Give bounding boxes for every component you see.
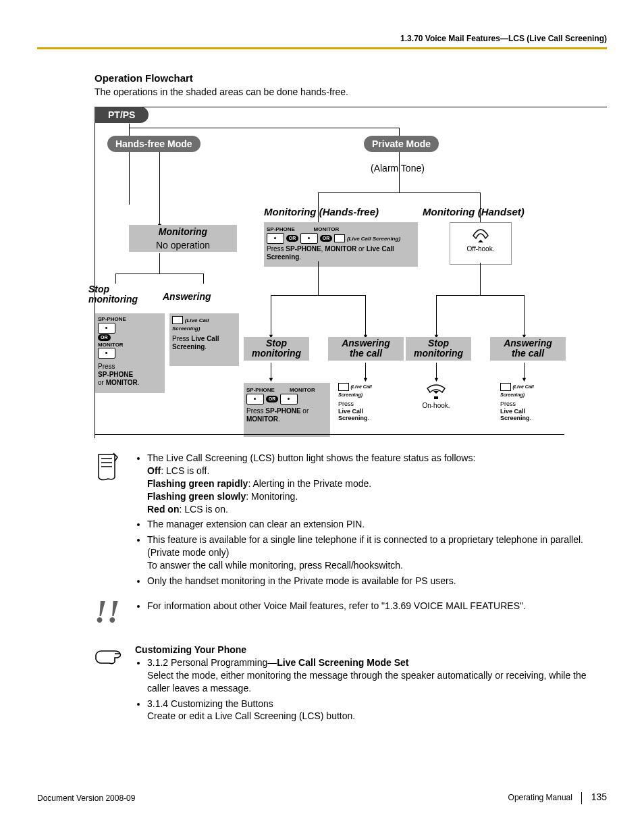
page-footer: Document Version 2008-09 Operating Manua… — [37, 791, 607, 804]
button-icon — [172, 316, 183, 324]
connector — [318, 192, 480, 193]
press-lcs-box1: (Live Call Screening) PressLive CallScre… — [338, 383, 392, 432]
intro-text: The operations in the shaded areas can b… — [95, 86, 607, 97]
connector — [159, 253, 160, 273]
answcall-box: Answeringthe call — [328, 337, 404, 361]
connector — [365, 295, 366, 337]
connector — [436, 295, 524, 296]
note-bold: Flashing green rapidly — [147, 478, 248, 489]
stopmon-box-r: Stopmonitoring — [406, 337, 471, 361]
spphone-label: SP-PHONE — [246, 387, 275, 393]
connector — [524, 295, 525, 337]
stopmon-label: Stopmonitoring — [88, 284, 138, 305]
note-text: : LCS is off. — [161, 465, 209, 476]
offhook-box: Off-hook. — [450, 222, 512, 265]
arrow-icon: ▼ — [363, 376, 369, 383]
press-spmo-box: SP-PHONE MONITOR OR Press SP-PHONE or MO… — [244, 383, 330, 437]
noop-text: No operation — [129, 238, 237, 252]
or-pill: OR — [98, 334, 111, 341]
doc-version: Document Version 2008-09 — [37, 793, 135, 803]
spphone-label: SP-PHONE — [98, 316, 162, 323]
note-item: For information about other Voice Mail f… — [147, 600, 607, 613]
or-pill: OR — [266, 396, 279, 402]
answering-label: Answering — [163, 291, 211, 302]
press-lcs-box2: (Live Call Screening) PressLive CallScre… — [500, 383, 554, 432]
connector — [399, 152, 400, 192]
monitor-label: MONITOR — [314, 226, 340, 232]
customize-title: Customizing Your Phone — [135, 644, 607, 655]
connector — [318, 261, 319, 295]
hand-point-icon — [95, 644, 135, 725]
note-item: 3.1.2 Personal Programming—Live Call Scr… — [147, 656, 607, 695]
note-item: Only the handset monitoring in the Priva… — [147, 575, 607, 588]
button-icon — [267, 233, 284, 244]
note-bold: Red on — [147, 504, 179, 515]
stop-mon-box-left: SP-PHONE OR MONITOR PressSP-PHONEor MONI… — [95, 313, 165, 393]
handset-down-icon — [425, 383, 448, 400]
lcs-label: (Live Call Screening) — [347, 236, 400, 242]
mon-hs-label: Monitoring (Handset) — [423, 206, 525, 217]
mon-hf-box: SP-PHONE MONITOR OR OR (Live Call Screen… — [264, 222, 418, 267]
manual-name: Operating Manual — [508, 793, 572, 802]
monitor-label: MONITOR — [98, 342, 162, 348]
connector — [318, 192, 319, 203]
note-text: Select the mode, either monitoring the m… — [147, 670, 587, 694]
button-icon — [98, 323, 115, 334]
monitoring-noop: Monitoring No operation — [129, 225, 237, 252]
connector — [129, 128, 399, 128]
notes-block-3: Customizing Your Phone 3.1.2 Personal Pr… — [95, 644, 607, 725]
note-item: The Live Call Screening (LCS) button lig… — [147, 452, 607, 515]
alarm-tone: (Alarm Tone) — [371, 163, 425, 174]
or-pill: OR — [286, 235, 299, 242]
onhook-box: On-hook. — [409, 383, 463, 432]
connector — [95, 434, 564, 435]
ptps-label: PT/PS — [95, 107, 149, 123]
footer-separator — [581, 792, 582, 804]
button-icon — [280, 394, 298, 405]
note-bold: Flashing green slowly — [147, 491, 246, 502]
note-text: : LCS is on. — [179, 504, 227, 515]
exclaim-icon: !! — [95, 600, 135, 627]
spphone-label: SP-PHONE — [267, 226, 295, 232]
arrow-icon: ▼ — [433, 376, 439, 383]
answering-box-left: (Live Call Screening) Press Live Call Sc… — [169, 313, 239, 366]
note-item: The manager extension can clear an exten… — [147, 518, 607, 531]
note-item: 3.1.4 Customizing the Buttons Create or … — [147, 698, 607, 723]
connector — [271, 295, 365, 296]
arrow-icon: ▼ — [268, 376, 274, 383]
note-text: 3.1.4 Customizing the Buttons — [147, 698, 273, 709]
or-pill: OR — [320, 235, 333, 242]
connector — [115, 273, 116, 284]
monitoring-heading: Monitoring — [129, 225, 237, 238]
private-pill: Private Mode — [364, 136, 439, 152]
note-text: : Alerting in the Private mode. — [248, 478, 371, 489]
onhook-text: On-hook. — [409, 402, 463, 409]
note-bold: Live Call Screening Mode Set — [277, 657, 408, 668]
note-item: This feature is available for a single l… — [147, 533, 607, 572]
note-text: : Monitoring. — [246, 491, 298, 502]
answcall-box-r: Answeringthe call — [490, 337, 566, 361]
note-text: This feature is available for a single l… — [147, 534, 583, 558]
notes-block-2: !! For information about other Voice Mai… — [95, 600, 607, 627]
note-text: Create or edit a Live Call Screening (LC… — [147, 710, 355, 721]
button-icon — [246, 394, 264, 405]
notepad-icon — [95, 452, 135, 590]
note-text: 3.1.2 Personal Programming— — [147, 657, 277, 668]
header-rule — [37, 47, 607, 49]
connector — [318, 203, 319, 223]
monitor-label: MONITOR — [290, 387, 315, 393]
page-number: 135 — [591, 791, 607, 802]
section-title: Operation Flowchart — [95, 72, 607, 84]
connector — [159, 152, 160, 228]
page-header: 1.3.70 Voice Mail Features—LCS (Live Cal… — [37, 34, 607, 47]
note-text: The Live Call Screening (LCS) button lig… — [147, 452, 475, 463]
flowchart: PT/PS Hands-free Mode ▼ Private Mode (Al… — [95, 107, 607, 438]
stopmon-box: Stopmonitoring — [244, 337, 309, 361]
button-icon — [338, 383, 349, 391]
button-icon — [500, 383, 511, 391]
connector — [436, 295, 437, 337]
button-icon — [334, 234, 345, 242]
handset-up-icon — [471, 225, 491, 244]
connector — [271, 295, 271, 337]
notes-block-1: The Live Call Screening (LCS) button lig… — [95, 452, 607, 590]
